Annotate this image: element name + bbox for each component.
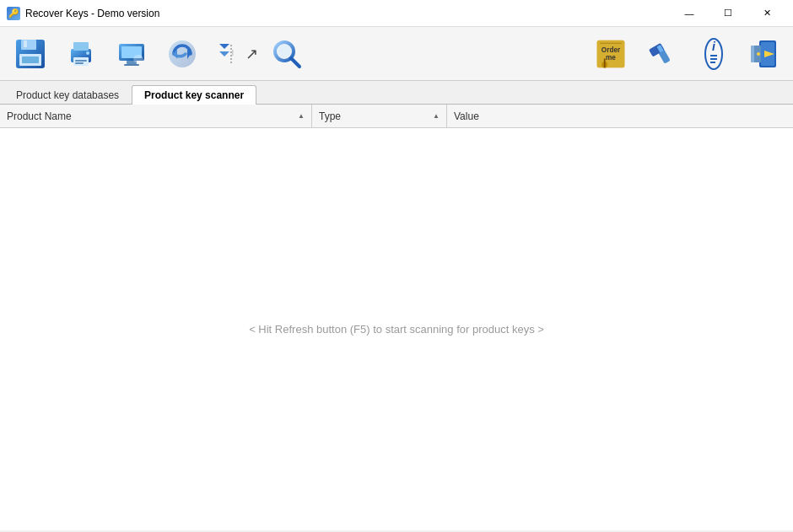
empty-message: < Hit Refresh button (F5) to start scann… — [249, 323, 544, 336]
exit-icon — [746, 37, 780, 71]
title-bar: 🔑 Recover Keys - Demo version — ☐ ✕ — [0, 0, 793, 27]
tab-scanner[interactable]: Product key scanner — [132, 85, 256, 105]
tools-button[interactable] — [638, 30, 685, 78]
exit-button[interactable] — [739, 30, 786, 78]
svg-rect-1 — [21, 40, 36, 50]
cursor-indicator: ↗ — [243, 45, 260, 63]
refresh-button[interactable] — [159, 30, 206, 78]
svg-point-10 — [86, 51, 89, 55]
svg-text:Order: Order — [601, 46, 621, 54]
svg-point-24 — [278, 45, 291, 58]
svg-text:i: i — [712, 40, 716, 53]
table-header: Product Name ▲ Type ▲ Value — [0, 105, 793, 128]
app-icon: 🔑 — [7, 7, 20, 20]
save-button[interactable] — [7, 30, 54, 78]
search-icon — [270, 37, 304, 71]
window-title: Recover Keys - Demo version — [25, 8, 159, 19]
col-header-value[interactable]: Value — [447, 105, 793, 127]
info-button[interactable]: i — [688, 30, 736, 78]
svg-point-45 — [757, 52, 760, 56]
computer-button[interactable] — [108, 30, 155, 78]
svg-line-25 — [291, 58, 299, 67]
svg-rect-6 — [73, 42, 89, 51]
title-bar-controls: — ☐ ✕ — [670, 0, 786, 27]
dropdown-button[interactable]: | — [209, 30, 240, 78]
minimize-button[interactable]: — — [670, 0, 709, 27]
close-button[interactable]: ✕ — [747, 0, 786, 27]
col-value-label: Value — [454, 110, 479, 122]
svg-rect-8 — [75, 60, 87, 62]
print-button[interactable] — [57, 30, 105, 78]
toolbar: | ↗ Order me — [0, 27, 793, 81]
svg-text:me: me — [606, 54, 616, 62]
col-product-name-label: Product Name — [7, 110, 72, 122]
main-content: Product Name ▲ Type ▲ Value < Hit Refres… — [0, 105, 793, 530]
tab-databases[interactable]: Product key databases — [3, 85, 132, 105]
svg-marker-20 — [219, 51, 229, 56]
title-bar-left: 🔑 Recover Keys - Demo version — [7, 7, 159, 20]
table-body-empty: < Hit Refresh button (F5) to start scann… — [0, 128, 793, 530]
col-type-label: Type — [319, 110, 341, 122]
col-header-type[interactable]: Type ▲ — [312, 105, 447, 127]
svg-point-15 — [133, 55, 143, 63]
refresh-icon — [165, 37, 199, 71]
hammer-icon — [645, 37, 678, 71]
order-icon: Order me — [594, 37, 628, 71]
dropdown-arrows-icon: | — [215, 42, 234, 66]
info-icon: i — [695, 37, 729, 71]
svg-rect-4 — [22, 56, 39, 63]
svg-text:|: | — [232, 49, 234, 56]
order-button[interactable]: Order me — [587, 30, 634, 78]
svg-rect-14 — [124, 64, 139, 66]
computer-icon — [115, 37, 148, 71]
search-button[interactable] — [263, 30, 310, 78]
sort-arrow-product-name: ▲ — [298, 112, 305, 120]
maximize-button[interactable]: ☐ — [709, 0, 747, 27]
tabs-bar: Product key databases Product key scanne… — [0, 81, 793, 105]
sort-arrow-type: ▲ — [433, 112, 440, 120]
svg-marker-19 — [219, 44, 229, 49]
disk-icon — [13, 37, 47, 71]
svg-rect-9 — [75, 62, 84, 64]
col-header-product-name[interactable]: Product Name ▲ — [0, 105, 312, 127]
toolbar-right: Order me i — [587, 30, 786, 78]
svg-rect-2 — [24, 40, 27, 47]
print-icon — [64, 37, 98, 71]
